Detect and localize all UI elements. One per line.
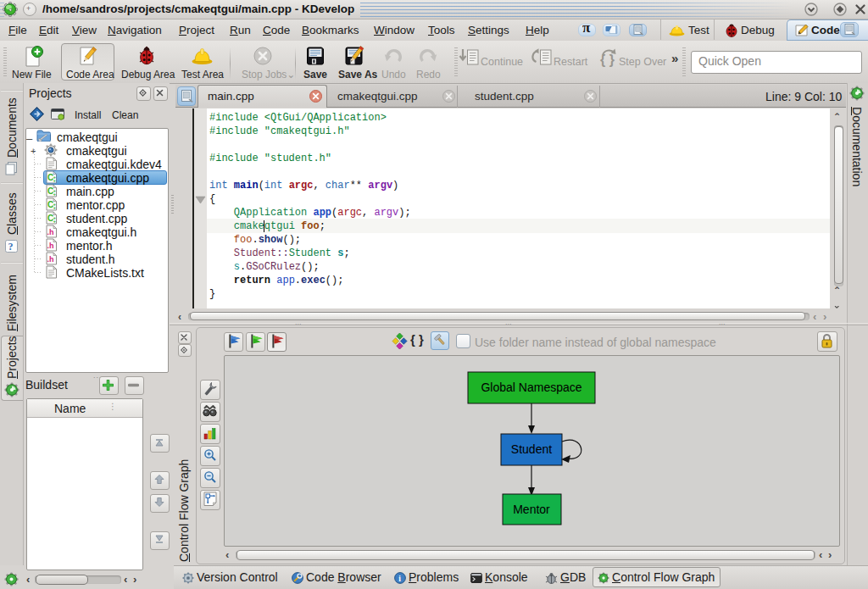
svg-text:Global Namespace: Global Namespace — [481, 381, 581, 394]
svg-text:.h: .h — [47, 255, 54, 264]
svg-text:+: + — [53, 205, 57, 210]
svg-text:+: + — [53, 178, 57, 183]
svg-text:+: + — [53, 219, 57, 224]
svg-text:Mentor: Mentor — [513, 503, 550, 516]
svg-text:?: ? — [8, 241, 14, 253]
svg-text:i: i — [398, 574, 401, 583]
svg-text:.h: .h — [47, 242, 54, 250]
svg-text:.h: .h — [47, 228, 54, 236]
svg-text:Student: Student — [511, 442, 552, 456]
svg-text:+: + — [53, 192, 57, 197]
